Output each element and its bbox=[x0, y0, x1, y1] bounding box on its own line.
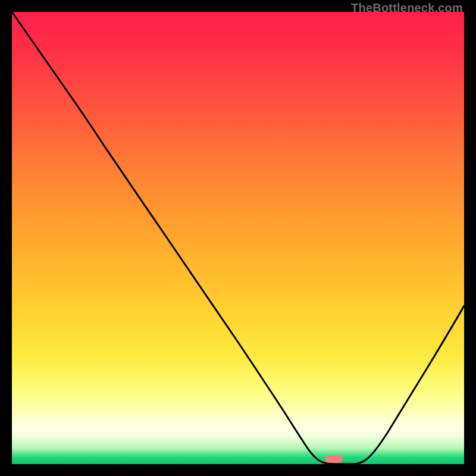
chart-frame bbox=[0, 0, 476, 476]
watermark-text: TheBottleneck.com bbox=[351, 1, 463, 15]
